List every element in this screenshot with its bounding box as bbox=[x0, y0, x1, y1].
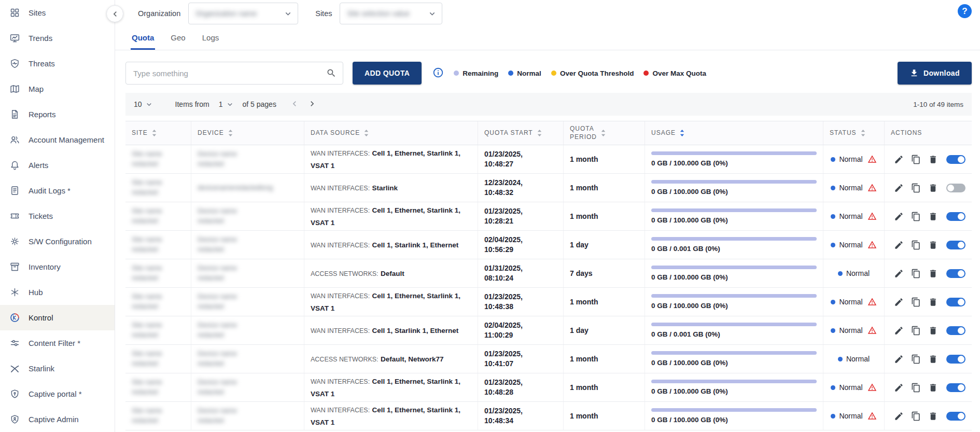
copy-button[interactable] bbox=[908, 266, 924, 281]
column-header-data-source[interactable]: DATA SOURCE bbox=[304, 121, 478, 145]
pencil-icon bbox=[894, 297, 904, 307]
tab-quota[interactable]: Quota bbox=[131, 27, 155, 50]
delete-button[interactable] bbox=[926, 380, 941, 395]
copy-button[interactable] bbox=[908, 323, 924, 338]
delete-button[interactable] bbox=[926, 351, 941, 367]
sidebar-item-trends[interactable]: Trends bbox=[0, 25, 115, 51]
tab-geo[interactable]: Geo bbox=[170, 27, 186, 50]
enable-toggle[interactable] bbox=[946, 241, 965, 249]
site-cell-redacted: Site name redacted bbox=[132, 349, 185, 369]
edit-button[interactable] bbox=[891, 151, 907, 167]
sidebar-item-audit-logs[interactable]: Audit Logs * bbox=[0, 178, 115, 203]
enable-toggle[interactable] bbox=[946, 383, 965, 392]
usage-remaining-bar bbox=[651, 351, 817, 355]
delete-button[interactable] bbox=[926, 151, 941, 167]
search-input[interactable] bbox=[125, 62, 343, 85]
sidebar-item-kontrol[interactable]: Kontrol bbox=[0, 305, 115, 330]
edit-button[interactable] bbox=[891, 408, 907, 424]
data-source-value: Cell 1, Starlink 1, Ethernet bbox=[372, 327, 459, 335]
sidebar-item-content-filter[interactable]: Content Filter * bbox=[0, 330, 115, 356]
sidebar-item-threats[interactable]: Threats bbox=[0, 51, 115, 76]
pencil-icon bbox=[894, 240, 904, 250]
chevron-left-icon bbox=[110, 9, 120, 19]
filter-icon bbox=[8, 338, 21, 349]
enable-toggle[interactable] bbox=[946, 184, 965, 192]
sidebar-item-tickets[interactable]: Tickets bbox=[0, 203, 115, 229]
download-button[interactable]: Download bbox=[898, 62, 972, 85]
enable-toggle[interactable] bbox=[946, 412, 965, 421]
sidebar-item-hub[interactable]: Hub bbox=[0, 280, 115, 305]
edit-button[interactable] bbox=[891, 208, 907, 224]
sidebar-item-reports[interactable]: Reports bbox=[0, 102, 115, 127]
help-button[interactable]: ? bbox=[958, 4, 972, 18]
edit-button[interactable] bbox=[891, 266, 907, 281]
sort-icon bbox=[860, 129, 866, 137]
sidebar-item-alerts[interactable]: Alerts bbox=[0, 152, 115, 178]
copy-button[interactable] bbox=[908, 180, 924, 196]
tab-logs[interactable]: Logs bbox=[201, 27, 220, 50]
page-size-select[interactable]: 10 bbox=[134, 100, 153, 109]
edit-button[interactable] bbox=[891, 323, 907, 338]
enable-toggle[interactable] bbox=[946, 269, 965, 278]
edit-button[interactable] bbox=[891, 351, 907, 367]
enable-toggle[interactable] bbox=[946, 212, 965, 221]
info-button[interactable] bbox=[432, 67, 444, 79]
sites-select[interactable]: Site selection value bbox=[340, 3, 442, 24]
sidebar-item-map[interactable]: Map bbox=[0, 76, 115, 102]
copy-button[interactable] bbox=[908, 408, 924, 424]
enable-toggle[interactable] bbox=[946, 155, 965, 164]
status-dot-icon bbox=[831, 414, 835, 419]
add-quota-button[interactable]: ADD QUOTA bbox=[353, 62, 422, 85]
column-header-usage[interactable]: USAGE bbox=[645, 121, 823, 145]
sidebar-item-inventory[interactable]: Inventory bbox=[0, 254, 115, 280]
account-icon bbox=[8, 134, 21, 146]
delete-button[interactable] bbox=[926, 237, 941, 253]
column-header-quota-start[interactable]: QUOTA START bbox=[478, 121, 564, 145]
copy-button[interactable] bbox=[908, 380, 924, 395]
organization-select[interactable]: Organization name bbox=[188, 3, 298, 24]
quota-start-cell: 02/04/2025, 10:56:29 bbox=[484, 235, 557, 255]
site-cell-redacted: Site name redacted bbox=[132, 235, 185, 255]
copy-button[interactable] bbox=[908, 151, 924, 167]
quota-period-cell: 1 month bbox=[570, 212, 638, 220]
sidebar-item-captive-portal[interactable]: Captive portal * bbox=[0, 381, 115, 407]
copy-button[interactable] bbox=[908, 208, 924, 224]
column-header-quota-period[interactable]: QUOTA PERIOD bbox=[564, 121, 645, 145]
copy-button[interactable] bbox=[908, 237, 924, 253]
delete-button[interactable] bbox=[926, 294, 941, 310]
sidebar-item-captive-admin[interactable]: Captive Admin bbox=[0, 407, 115, 432]
delete-button[interactable] bbox=[926, 208, 941, 224]
edit-button[interactable] bbox=[891, 380, 907, 395]
column-header-site[interactable]: SITE bbox=[125, 121, 191, 145]
enable-toggle[interactable] bbox=[946, 326, 965, 335]
column-header-device[interactable]: DEVICE bbox=[191, 121, 304, 145]
status-label: Normal bbox=[839, 212, 862, 220]
column-header-actions: ACTIONS bbox=[885, 121, 972, 145]
quota-start-cell: 01/23/2025, 10:48:38 bbox=[484, 292, 557, 312]
sidebar-item-starlink[interactable]: Starlink bbox=[0, 356, 115, 381]
trash-icon bbox=[928, 212, 938, 221]
quota-start-cell: 01/31/2025, 08:10:24 bbox=[484, 263, 557, 284]
copy-button[interactable] bbox=[908, 294, 924, 310]
table-row: Site name redacted Device name redacted … bbox=[125, 202, 972, 231]
edit-button[interactable] bbox=[891, 294, 907, 310]
table-row: Site name redacted Device name redacted … bbox=[125, 316, 972, 345]
sidebar-item-account-management[interactable]: Account Management bbox=[0, 127, 115, 152]
previous-page-button[interactable] bbox=[288, 97, 301, 111]
enable-toggle[interactable] bbox=[946, 298, 965, 306]
edit-button[interactable] bbox=[891, 237, 907, 253]
delete-button[interactable] bbox=[926, 180, 941, 196]
delete-button[interactable] bbox=[926, 323, 941, 338]
copy-button[interactable] bbox=[908, 351, 924, 367]
next-page-button[interactable] bbox=[305, 97, 319, 111]
enable-toggle[interactable] bbox=[946, 355, 965, 364]
delete-button[interactable] bbox=[926, 408, 941, 424]
column-header-status[interactable]: STATUS bbox=[823, 121, 885, 145]
site-cell-redacted: Site name redacted bbox=[132, 149, 185, 169]
delete-button[interactable] bbox=[926, 266, 941, 281]
sidebar-item-sites[interactable]: Sites bbox=[0, 0, 115, 25]
sidebar-item-sw-configuration[interactable]: S/W Configuration bbox=[0, 229, 115, 254]
page-select[interactable]: 1 bbox=[219, 100, 234, 109]
collapse-sidebar-button[interactable] bbox=[106, 5, 123, 22]
edit-button[interactable] bbox=[891, 180, 907, 196]
